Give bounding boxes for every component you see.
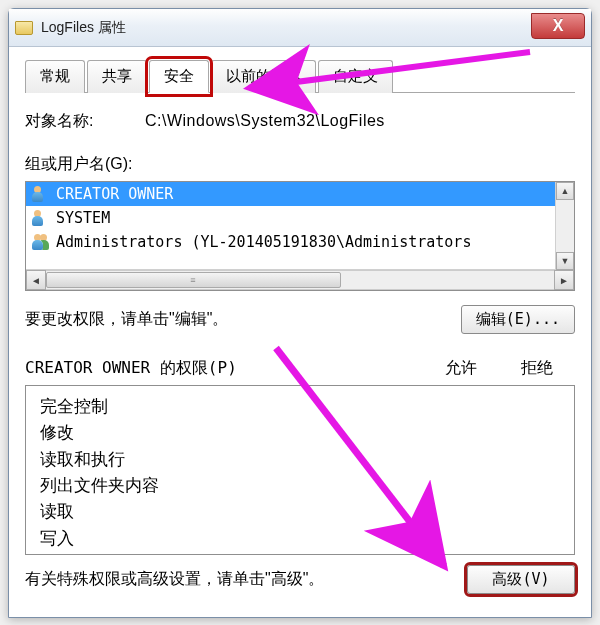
edit-hint: 要更改权限，请单击"编辑"。	[25, 309, 228, 330]
list-item-text: SYSTEM	[56, 209, 110, 227]
titlebar[interactable]: LogFiles 属性 X	[9, 9, 591, 47]
tab-customize[interactable]: 自定义	[318, 60, 393, 93]
permission-item: 修改	[40, 420, 560, 446]
permissions-header: CREATOR OWNER 的权限(P) 允许 拒绝	[25, 358, 575, 379]
permission-item: 读取和执行	[40, 447, 560, 473]
permissions-box: 完全控制 修改 读取和执行 列出文件夹内容 读取 写入	[25, 385, 575, 555]
folder-icon	[15, 21, 33, 35]
users-icon	[32, 234, 50, 250]
list-item-text: Administrators (YL-201405191830\Administ…	[56, 233, 471, 251]
tab-label: 安全	[164, 67, 194, 84]
groups-list-items: CREATOR OWNER SYSTEM Administrators (YL-…	[26, 182, 574, 270]
groups-list-wrap: CREATOR OWNER SYSTEM Administrators (YL-…	[25, 181, 575, 291]
scroll-down-button[interactable]: ▼	[556, 252, 574, 270]
groups-listbox[interactable]: CREATOR OWNER SYSTEM Administrators (YL-…	[25, 181, 575, 291]
object-name-row: 对象名称: C:\Windows\System32\LogFiles	[25, 111, 575, 132]
permission-item: 完全控制	[40, 394, 560, 420]
deny-header: 拒绝	[499, 358, 575, 379]
scroll-left-button[interactable]: ◄	[26, 270, 46, 290]
user-icon	[32, 186, 50, 202]
permission-item: 读取	[40, 499, 560, 525]
list-item[interactable]: SYSTEM	[26, 206, 574, 230]
tab-label: 自定义	[333, 67, 378, 84]
tab-general[interactable]: 常规	[25, 60, 85, 93]
window-title: LogFiles 属性	[41, 19, 126, 37]
tab-label: 共享	[102, 67, 132, 84]
properties-window: LogFiles 属性 X 常规 共享 安全 以前的版本 自定义 对象名称: C…	[8, 8, 592, 618]
object-name-label: 对象名称:	[25, 111, 145, 132]
tab-previous-versions[interactable]: 以前的版本	[211, 60, 316, 93]
edit-button-label: 编辑(E)...	[476, 310, 560, 328]
scroll-track[interactable]	[556, 200, 574, 252]
permissions-title: CREATOR OWNER 的权限(P)	[25, 358, 423, 379]
close-button[interactable]: X	[531, 13, 585, 39]
groups-label: 组或用户名(G):	[25, 154, 575, 175]
tab-label: 常规	[40, 67, 70, 84]
advanced-row: 有关特殊权限或高级设置，请单击"高级"。 高级(V)	[25, 565, 575, 594]
allow-header: 允许	[423, 358, 499, 379]
list-item[interactable]: Administrators (YL-201405191830\Administ…	[26, 230, 574, 254]
list-item[interactable]: CREATOR OWNER	[26, 182, 574, 206]
scroll-up-button[interactable]: ▲	[556, 182, 574, 200]
list-item-text: CREATOR OWNER	[56, 185, 173, 203]
edit-row: 要更改权限，请单击"编辑"。 编辑(E)...	[25, 305, 575, 334]
tab-label: 以前的版本	[226, 67, 301, 84]
close-icon: X	[553, 17, 564, 35]
scroll-track[interactable]: ≡	[46, 270, 554, 290]
scroll-thumb[interactable]: ≡	[46, 272, 341, 288]
permission-item: 写入	[40, 526, 560, 552]
advanced-button-label: 高级(V)	[492, 570, 549, 588]
advanced-hint: 有关特殊权限或高级设置，请单击"高级"。	[25, 569, 324, 590]
user-icon	[32, 210, 50, 226]
object-name-value: C:\Windows\System32\LogFiles	[145, 112, 385, 130]
vertical-scrollbar[interactable]: ▲ ▼	[555, 182, 574, 270]
tab-strip: 常规 共享 安全 以前的版本 自定义	[25, 59, 575, 93]
advanced-button[interactable]: 高级(V)	[467, 565, 575, 594]
edit-button[interactable]: 编辑(E)...	[461, 305, 575, 334]
horizontal-scrollbar[interactable]: ◄ ≡ ►	[26, 270, 574, 290]
tab-sharing[interactable]: 共享	[87, 60, 147, 93]
tab-security[interactable]: 安全	[149, 60, 209, 93]
permission-item: 列出文件夹内容	[40, 473, 560, 499]
content-area: 常规 共享 安全 以前的版本 自定义 对象名称: C:\Windows\Syst…	[9, 47, 591, 604]
scroll-right-button[interactable]: ►	[554, 270, 574, 290]
